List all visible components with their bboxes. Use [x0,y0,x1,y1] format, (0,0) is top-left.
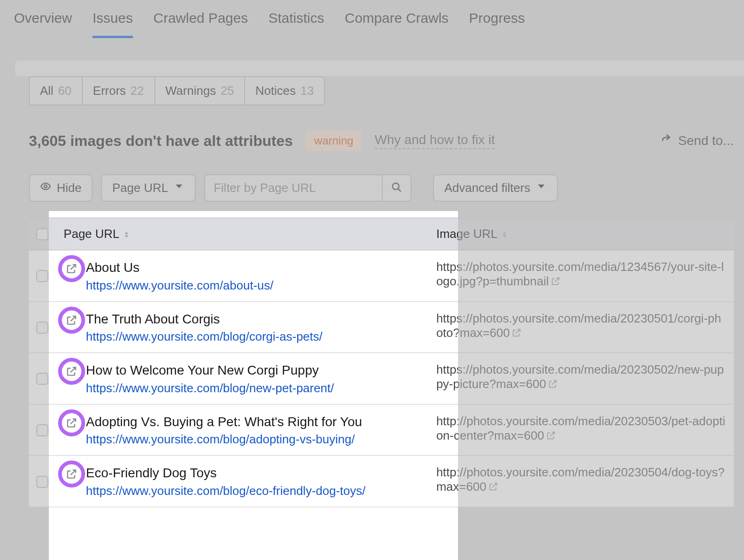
pill-all[interactable]: All 60 [30,77,83,105]
page-title: The Truth About Corgis [86,311,323,327]
open-external[interactable] [64,261,80,277]
table-row: About Ushttps://www.yoursite.com/about-u… [29,250,734,302]
open-external[interactable] [64,312,80,328]
open-external[interactable] [64,415,80,431]
filter-input-group [204,174,412,202]
hide-label: Hide [57,181,81,195]
open-image-external[interactable] [510,326,522,340]
select-all-cell [29,218,56,250]
page-url-cell: How to Welcome Your New Corgi Puppyhttps… [56,353,429,404]
row-check-cell [29,353,56,404]
page-title: How to Welcome Your New Corgi Puppy [86,362,334,378]
image-url-text: https://photos.yoursite.com/media/123456… [436,260,724,288]
filter-type-button[interactable]: Page URL [101,174,196,202]
image-url-text: https://photos.yoursite.com/media/202305… [436,362,724,391]
filter-input[interactable] [205,175,382,201]
tab-crawled-pages[interactable]: Crawled Pages [153,10,248,37]
open-image-external[interactable] [546,377,558,391]
tab-issues[interactable]: Issues [93,10,133,37]
open-image-external[interactable] [549,274,561,288]
row-checkbox[interactable] [36,424,48,436]
row-checkbox[interactable] [36,373,48,385]
page-title: Adopting Vs. Buying a Pet: What's Right … [86,414,362,430]
chevron-down-icon [173,181,185,195]
advanced-filters-label: Advanced filters [444,181,530,195]
table-row: Eco-Friendly Dog Toyshttps://www.yoursit… [29,456,734,507]
page-url-cell: Eco-Friendly Dog Toyshttps://www.yoursit… [56,456,429,507]
table-row: The Truth About Corgishttps://www.yoursi… [29,302,734,354]
external-link-icon [486,480,498,494]
page-title: Eco-Friendly Dog Toys [86,465,365,481]
pill-notices[interactable]: Notices 13 [245,77,324,105]
severity-badge: warning [306,131,362,151]
page-url-cell: About Ushttps://www.yoursite.com/about-u… [56,250,429,301]
search-icon [391,187,402,194]
tab-overview[interactable]: Overview [14,10,72,37]
page-url-link[interactable]: https://www.yoursite.com/about-us/ [86,278,273,293]
page-url-cell: Adopting Vs. Buying a Pet: What's Right … [56,405,429,455]
open-external[interactable] [64,466,80,482]
row-checkbox[interactable] [36,476,48,488]
issues-card: All 60 Errors 22 Warnings 25 Notices 13 [14,59,744,77]
svg-point-0 [44,185,47,188]
row-check-cell [29,250,56,301]
page-url-link[interactable]: https://www.yoursite.com/blog/new-pet-pa… [86,381,334,395]
image-url-cell: http://photos.yoursite.com/media/2023050… [429,405,734,455]
tab-compare-crawls[interactable]: Compare Crawls [345,10,448,37]
row-check-cell [29,302,56,353]
row-checkbox[interactable] [36,322,48,334]
eye-icon [40,181,51,195]
pill-count: 25 [220,84,234,98]
pill-label: Errors [93,84,126,98]
external-link-icon [549,274,561,288]
how-to-fix-link[interactable]: Why and how to fix it [375,132,495,149]
row-check-cell [29,456,56,507]
filter-type-label: Page URL [112,181,168,195]
image-url-text: https://photos.yoursite.com/media/202305… [436,311,721,340]
page-url-link[interactable]: https://www.yoursite.com/blog/adopting-v… [86,432,362,447]
send-to-label: Send to... [678,133,734,148]
open-image-external[interactable] [544,428,556,442]
pill-label: All [40,84,53,98]
tab-statistics[interactable]: Statistics [268,10,324,37]
results-table: Page URL Image URL About Ushttps://www.y… [29,217,734,507]
page-url-link[interactable]: https://www.yoursite.com/blog/eco-friend… [86,484,365,498]
pill-errors[interactable]: Errors 22 [83,77,155,105]
tab-progress[interactable]: Progress [469,10,525,37]
image-url-cell: https://photos.yoursite.com/media/202305… [429,353,734,404]
svg-point-1 [392,183,399,190]
external-link-icon [546,377,558,391]
row-check-cell [29,405,56,455]
pill-count: 60 [58,84,72,98]
svg-line-2 [398,189,401,191]
share-arrow-icon [659,133,672,149]
image-url-cell: https://photos.yoursite.com/media/123456… [429,250,734,301]
issue-type-filter: All 60 Errors 22 Warnings 25 Notices 13 [29,76,325,105]
row-checkbox[interactable] [36,270,48,282]
external-link-icon [544,428,556,442]
page-url-link[interactable]: https://www.yoursite.com/blog/corgi-as-p… [86,329,323,344]
toolbar: Hide Page URL Adv [29,174,734,202]
open-external[interactable] [64,363,80,379]
pill-label: Notices [255,84,296,98]
pill-warnings[interactable]: Warnings 25 [155,77,246,105]
column-label: Image URL [436,227,497,241]
column-image-url[interactable]: Image URL [429,218,734,250]
search-button[interactable] [382,175,411,201]
send-to-button[interactable]: Send to... [659,133,734,149]
pill-label: Warnings [166,84,216,98]
table-header: Page URL Image URL [29,217,734,250]
chevron-down-icon [536,181,547,195]
image-url-text: http://photos.yoursite.com/media/2023050… [436,465,724,494]
column-page-url[interactable]: Page URL [56,218,429,250]
open-image-external[interactable] [486,480,498,494]
image-url-cell: http://photos.yoursite.com/media/2023050… [429,456,734,507]
image-url-text: http://photos.yoursite.com/media/2023050… [436,414,725,442]
page-title: About Us [86,260,273,276]
hide-button[interactable]: Hide [29,174,93,202]
sort-icon [500,227,509,241]
select-all-checkbox[interactable] [36,228,48,240]
column-label: Page URL [64,227,119,241]
pill-count: 13 [300,84,314,98]
advanced-filters-button[interactable]: Advanced filters [433,174,558,202]
